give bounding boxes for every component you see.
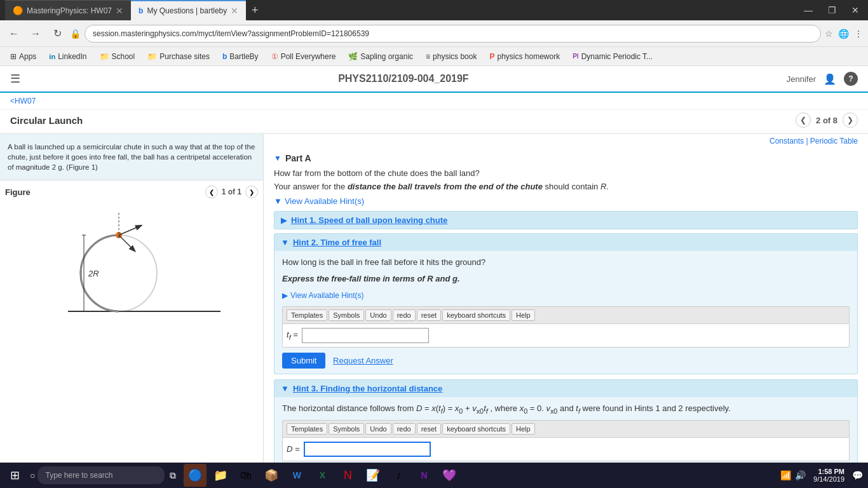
refresh-button[interactable]: ↻ [48,25,66,43]
hint3-answer-input[interactable] [304,442,431,457]
bookmark-bartleby[interactable]: b BartleBy [217,51,264,62]
hint2-symbols-btn[interactable]: Symbols [329,309,364,321]
tab-bartleby[interactable]: b My Questions | bartleby ✕ [131,0,246,20]
taskbar-app2-btn[interactable]: 💜 [438,464,461,487]
hint1-header[interactable]: ▶ Hint 1. Speed of ball upon leaving chu… [275,212,857,229]
network-icon: 📶 [780,470,791,480]
start-button[interactable]: ⊞ [5,466,25,485]
breadcrumb-title-area: <HW07 Circular Launch ❮ 2 of 8 ❯ [0,93,868,134]
tab2-close[interactable]: ✕ [231,6,238,16]
taskbar-netflix-btn[interactable]: N [336,464,359,487]
task-view-button[interactable]: ⧉ [170,470,176,481]
hamburger-menu-button[interactable]: ☰ [10,72,20,86]
window-controls: — ❐ ✕ [800,4,863,17]
constants-link[interactable]: Constants [770,137,804,146]
page-title-bar: Circular Launch ❮ 2 of 8 ❯ [0,110,868,133]
taskbar-chrome-btn[interactable]: 🔵 [184,464,207,487]
time-display[interactable]: 1:58 PM 9/14/2019 [813,468,844,483]
bookmark-linkedin[interactable]: in LinkedIn [44,51,92,62]
bookmark-physics-book[interactable]: ≡ physics book [421,51,482,62]
breadcrumb: <HW07 [0,93,868,110]
taskbar-search-input[interactable] [37,466,165,484]
hint2-keyboard-btn[interactable]: keyboard shortcuts [442,309,510,321]
tab-mastering-physics[interactable]: 🟠 MasteringPhysics: HW07 ✕ [5,0,131,20]
taskbar-explorer-btn[interactable]: 📁 [209,464,232,487]
svg-line-2 [119,226,141,235]
hint2-submit-button[interactable]: Submit [282,353,325,369]
hint2-answer-note: Express the free-fall time in terms of R… [282,273,850,285]
bookmark-poll-everywhere[interactable]: ① Poll Everywhere [266,51,341,62]
right-panel: Constants | Periodic Table ▼ Part A How … [264,134,868,485]
hint2-request-button[interactable]: Request Answer [333,356,393,365]
hint3-header[interactable]: ▼ Hint 3. Finding the horizontal distanc… [275,380,857,397]
hint2-templates-btn[interactable]: Templates [287,309,327,321]
hint3-help-btn[interactable]: Help [512,423,535,435]
figure-page: 1 of 1 [222,187,241,196]
bookmark-physics-homework[interactable]: P physics homework [484,51,565,62]
hint3-symbols-btn[interactable]: Symbols [329,423,364,435]
taskbar-amazon-btn[interactable]: 📦 [260,464,283,487]
hint2-header[interactable]: ▼ Hint 2. Time of free fall [275,234,857,251]
bookmark-school[interactable]: 📁 School [95,51,140,62]
hint2-reset-btn[interactable]: reset [417,309,441,321]
problem-counter: 2 of 8 [816,116,837,125]
taskbar-excel-btn[interactable]: X [311,464,334,487]
next-problem-button[interactable]: ❯ [843,112,858,128]
hint3-templates-btn[interactable]: Templates [287,423,327,435]
hint3-undo-btn[interactable]: Undo [365,423,391,435]
forward-button[interactable]: → [27,25,44,43]
figure-next-button[interactable]: ❯ [245,186,258,198]
bookmark-sapling[interactable]: 🌿 Sapling organic [343,51,418,62]
chrome-menu-button[interactable]: ⋮ [854,29,863,39]
hint2-redo-btn[interactable]: redo [393,309,416,321]
hint2-undo-btn[interactable]: Undo [365,309,391,321]
bookmark-apps[interactable]: ⊞ Apps [5,51,41,62]
hint2-answer-area: tf = [282,323,850,348]
hint2-answer-input[interactable] [302,328,429,343]
url-input[interactable] [85,25,821,43]
hint2-label: Hint 2. Time of free fall [293,238,381,247]
bookmark-star-button[interactable]: ☆ [825,29,833,39]
user-profile-button[interactable]: 👤 [824,73,836,85]
breadcrumb-parent-link[interactable]: <HW07 [10,97,36,105]
figure-navigation: ❮ 1 of 1 ❯ [205,186,258,198]
taskbar-music-btn[interactable]: ♪ [387,464,410,487]
hint3-reset-btn[interactable]: reset [417,423,441,435]
hint3-keyboard-btn[interactable]: keyboard shortcuts [442,423,510,435]
periodic-table-link[interactable]: Periodic Table [810,137,858,146]
tab1-close[interactable]: ✕ [116,6,123,16]
hint3-answer-area: D = [282,437,850,461]
physics-hw-icon: P [489,52,494,61]
part-collapse-arrow[interactable]: ▼ [274,154,281,163]
taskbar-notes-btn[interactable]: 📝 [362,464,384,487]
answer-note-var: R [600,182,606,191]
cortana-button[interactable]: ○ [30,470,35,480]
back-button[interactable]: ← [5,25,23,43]
question-text: How far from the bottom of the chute doe… [274,168,858,178]
physics-book-icon: ≡ [426,52,430,61]
periodic-icon: Pl [573,53,578,60]
hint2-view-hints-toggle[interactable]: ▶ View Available Hint(s) [282,290,850,301]
hint2-hints-arrow: ▶ [282,290,288,301]
notifications-button[interactable]: 💬 [852,470,863,480]
taskbar-word-btn[interactable]: W [285,464,308,487]
maximize-button[interactable]: ❐ [824,4,840,17]
chrome-account-button[interactable]: 🌐 [838,29,849,39]
hint2-action-buttons: Submit Request Answer [282,353,850,369]
taskbar-onenote-btn[interactable]: N [412,464,435,487]
bookmark-dynamic-periodic[interactable]: Pl Dynamic Periodic T... [567,51,658,62]
new-tab-button[interactable]: + [246,1,264,19]
minimize-button[interactable]: — [800,4,817,17]
hint2-help-btn[interactable]: Help [512,309,535,321]
figure-prev-button[interactable]: ❮ [205,186,218,198]
taskbar-store-btn[interactable]: 🛍 [234,464,257,487]
help-button[interactable]: ? [844,72,858,86]
bookmark-purchase-label: Purchase sites [159,52,210,61]
hint1-label: Hint 1. Speed of ball upon leaving chute [291,215,447,225]
close-button[interactable]: ✕ [848,4,863,17]
hint3-redo-btn[interactable]: redo [393,423,416,435]
prev-problem-button[interactable]: ❮ [796,112,811,128]
bookmark-sapling-label: Sapling organic [360,52,413,61]
view-hints-toggle[interactable]: ▼ View Available Hint(s) [274,196,858,206]
bookmark-purchase-sites[interactable]: 📁 Purchase sites [142,51,215,62]
